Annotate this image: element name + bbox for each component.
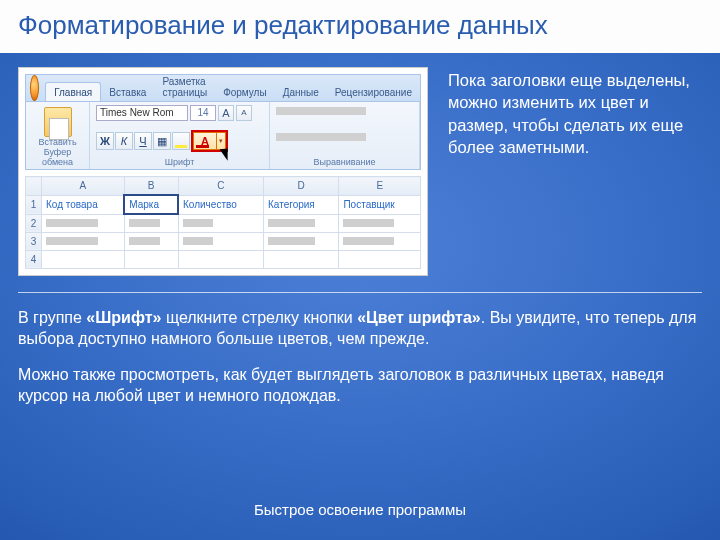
cell[interactable] <box>264 250 339 268</box>
col-header[interactable]: D <box>264 177 339 196</box>
border-button[interactable]: ▦ <box>153 132 171 150</box>
cell[interactable] <box>124 250 178 268</box>
cell[interactable]: Категория <box>264 195 339 214</box>
excel-screenshot: Главная Вставка Разметка страницы Формул… <box>18 67 428 276</box>
upper-row: Главная Вставка Разметка страницы Формул… <box>0 59 720 276</box>
col-header[interactable]: B <box>124 177 178 196</box>
font-group: Times New Rom 14 A A Ж К Ч ▦ <box>90 102 270 169</box>
cell[interactable] <box>339 214 421 232</box>
ribbon-body: Вставить Буфер обмена Times New Rom 14 A… <box>26 101 420 169</box>
shrink-font-button[interactable]: A <box>236 105 252 121</box>
ribbon: Главная Вставка Разметка страницы Формул… <box>25 74 421 170</box>
cell[interactable] <box>42 214 125 232</box>
cell[interactable] <box>42 250 125 268</box>
paragraph-2: Можно также просмотреть, как будет выгля… <box>0 364 720 407</box>
row-header[interactable]: 2 <box>26 214 42 232</box>
row-header[interactable]: 1 <box>26 195 42 214</box>
underline-button[interactable]: Ч <box>134 132 152 150</box>
cell[interactable] <box>339 250 421 268</box>
tab-formulas[interactable]: Формулы <box>215 83 275 101</box>
paste-icon[interactable] <box>44 107 72 137</box>
cell[interactable] <box>42 232 125 250</box>
cell[interactable] <box>178 214 263 232</box>
tab-insert[interactable]: Вставка <box>101 83 154 101</box>
col-header[interactable]: E <box>339 177 421 196</box>
cell[interactable]: Количество <box>178 195 263 214</box>
col-header[interactable]: C <box>178 177 263 196</box>
paragraph-1: В группе «Шрифт» щелкните стрелку кнопки… <box>0 307 720 350</box>
font-group-label: Шрифт <box>96 157 263 167</box>
divider <box>18 292 702 293</box>
ribbon-tabs: Главная Вставка Разметка страницы Формул… <box>26 75 420 101</box>
clipboard-group-label: Буфер обмена <box>32 147 83 167</box>
tab-layout[interactable]: Разметка страницы <box>154 72 215 101</box>
tab-review[interactable]: Рецензирование <box>327 83 420 101</box>
tab-home[interactable]: Главная <box>45 82 101 101</box>
grow-font-button[interactable]: A <box>218 105 234 121</box>
col-header[interactable]: A <box>42 177 125 196</box>
font-name-select[interactable]: Times New Rom <box>96 105 188 121</box>
font-color-button[interactable] <box>193 132 217 150</box>
aside-text: Пока заголовки еще выделены, можно измен… <box>448 67 702 158</box>
tab-data[interactable]: Данные <box>275 83 327 101</box>
corner-cell[interactable] <box>26 177 42 196</box>
cell[interactable] <box>339 232 421 250</box>
row-header[interactable]: 4 <box>26 250 42 268</box>
italic-button[interactable]: К <box>115 132 133 150</box>
alignment-group-label: Выравнивание <box>276 157 413 167</box>
cell[interactable]: Код товара <box>42 195 125 214</box>
cell-selected[interactable]: Марка <box>124 195 178 214</box>
cell[interactable] <box>178 250 263 268</box>
cell[interactable] <box>178 232 263 250</box>
cell[interactable] <box>124 232 178 250</box>
cell[interactable] <box>124 214 178 232</box>
office-button-icon[interactable] <box>30 75 39 101</box>
bold-button[interactable]: Ж <box>96 132 114 150</box>
cell[interactable] <box>264 214 339 232</box>
font-color-highlight: ▾ <box>191 130 228 152</box>
fill-color-button[interactable] <box>172 132 190 150</box>
cell[interactable] <box>264 232 339 250</box>
align-placeholder <box>276 107 366 115</box>
cell[interactable]: Поставщик <box>339 195 421 214</box>
alignment-group: Выравнивание <box>270 102 420 169</box>
clipboard-group: Вставить Буфер обмена <box>26 102 90 169</box>
worksheet-grid[interactable]: A B C D E 1 Код товара Марка Количество … <box>25 176 421 269</box>
row-header[interactable]: 3 <box>26 232 42 250</box>
slide-title: Форматирование и редактирование данных <box>0 0 720 53</box>
font-size-select[interactable]: 14 <box>190 105 216 121</box>
align-placeholder <box>276 133 366 141</box>
footer-text: Быстрое освоение программы <box>0 501 720 518</box>
